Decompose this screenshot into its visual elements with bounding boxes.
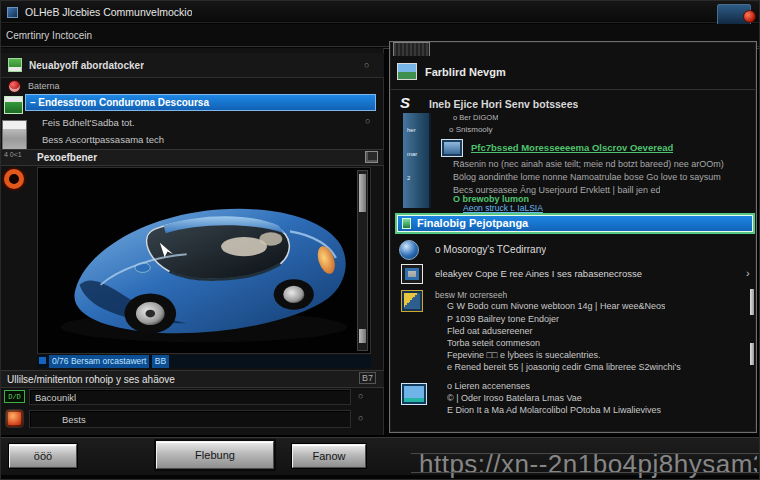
section-letter: S (400, 94, 410, 111)
blue-sphere-icon (399, 240, 419, 260)
module-icon (441, 139, 463, 157)
tree-item[interactable]: o Snismooly (449, 125, 493, 134)
image-section-title: Pexoefbener (37, 152, 97, 163)
group-label: Baterna (28, 81, 60, 91)
window-title: OLHeB Jlcebies Communvelmockio (25, 1, 192, 23)
status-badge: BB (152, 355, 169, 368)
car-scrollbar[interactable] (357, 170, 368, 351)
lower-row-field[interactable]: Bacounikl (29, 389, 351, 405)
device-icon (401, 383, 427, 405)
tree-group-header: besw Mr ocrerseeh (435, 290, 507, 300)
image-status-line: 0/76 Bersam orcastawert BB (37, 355, 371, 368)
alarm-icon (5, 409, 24, 428)
list-item-selected[interactable]: – Endesstrom Conduroma Descoursa (25, 94, 376, 111)
scrollbar-thumb[interactable] (359, 329, 366, 343)
watermark-line (411, 472, 759, 473)
arrow-right-icon[interactable]: › (746, 267, 750, 279)
lower-section-title: Ullilse/minitenton rohoip y ses ahäove (7, 374, 175, 385)
url-watermark: https://xn--2n1bo4pj8hysam30b.com (419, 449, 757, 479)
tree-item-selected[interactable]: Finalobig Pejotpanga (395, 213, 755, 234)
lower-row-field[interactable]: Bests (29, 410, 351, 428)
tree-sub-item[interactable]: P 1039 Bailrey tone Endojer (447, 314, 559, 324)
lower-section-header: Ullilse/minitenton rohoip y ses ahäove (1, 370, 384, 388)
grid-icon (8, 58, 22, 72)
menu-label[interactable]: Cemrtinry Inctocein (6, 30, 92, 41)
rail-label[interactable]: 2 (407, 175, 427, 181)
lower-row-label[interactable]: Bests (62, 414, 86, 425)
tree-row[interactable]: o Mosorogy's TCedirrany (435, 244, 546, 255)
status-square-icon (39, 357, 46, 364)
app-icon (7, 7, 18, 18)
side-rail[interactable]: her mar 2 (403, 113, 431, 208)
tree-link-blue[interactable]: Aeon struck t. IaLSIA (463, 203, 543, 213)
end-button[interactable]: Fanow (292, 444, 366, 468)
titlebar: OLHeB Jlcebies Communvelmockio (1, 1, 760, 23)
panel-tab[interactable] (393, 42, 430, 56)
row-circle-icon: ○ (358, 391, 363, 401)
leaf-icon (402, 218, 411, 229)
tree-sub-item[interactable]: Fepevine □□ e lybees is suecalentries. (447, 350, 600, 360)
disk-icon (4, 96, 23, 114)
scrollbar-thumb[interactable] (359, 174, 366, 212)
tree-sub-item[interactable]: © | Oder Iroso Batelara Lmas Vae (447, 393, 582, 403)
car-image (42, 172, 360, 348)
row-circle-icon: ○ (358, 413, 363, 423)
lower-row-label[interactable]: Bacounikl (35, 392, 76, 403)
app-window: OLHeB Jlcebies Communvelmockio Cemrtinry… (0, 0, 760, 480)
expander-minus-icon[interactable]: – (30, 97, 36, 108)
header-status-circle-icon: ○ (364, 60, 369, 70)
tree-sub-item[interactable]: E Dion It a Ma Ad Molarcolibol POtoba M … (447, 405, 661, 415)
vehicle-image-panel (37, 167, 371, 354)
tree-sub-item[interactable]: G W Bodo cum Nivone webtoon 14g | Hear w… (447, 301, 665, 311)
tree-item[interactable]: o Ber DIGOM (453, 113, 498, 122)
tree-sub-item[interactable]: e Rened bereit 55 | joasonig cedir Gma l… (447, 362, 681, 372)
info-button[interactable]: ööö (9, 444, 77, 468)
row-circle-icon: ○ (365, 116, 370, 126)
lower-section-badge: B7 (359, 372, 376, 384)
tree-sub-item[interactable]: o Lieren accenenses (447, 381, 530, 391)
list-item-label[interactable]: Feis Bdnelt'Sadba tot. (42, 117, 135, 128)
section-subtitle: Ineb Ejice Hori Senv botssees (429, 98, 578, 110)
rail-label[interactable]: mar (407, 151, 427, 157)
list-item[interactable]: Bess Ascorttpassasama tech (42, 134, 164, 145)
list-item-label[interactable]: Endesstrom Conduroma Descoursa (38, 97, 209, 108)
tree-text: Bölog aondinthe lome nonne Namoatrulae b… (453, 172, 721, 182)
image-icon (397, 63, 417, 80)
tree-text: Räsenin no (nec ainah asie teilt; meie n… (453, 159, 724, 169)
tree-row[interactable]: eleakyev Cope E ree Aines I ses rabasene… (435, 268, 642, 279)
layers-icon[interactable] (365, 151, 378, 163)
divider (391, 89, 755, 90)
image-section-header: Pexoefbener (1, 149, 384, 166)
list-item-label[interactable]: Bess Ascorttpassasama tech (42, 134, 164, 145)
status-text: 0/76 Bersam orcastawert (49, 355, 149, 368)
close-icon[interactable] (743, 10, 756, 23)
tree-sub-item[interactable]: Fled oat adusereener (447, 326, 533, 336)
left-header-label: Neuabyoff abordatocker (29, 53, 144, 78)
error-icon (8, 80, 21, 93)
selected-item-label[interactable]: Finalobig Pejotpanga (417, 217, 528, 229)
check-button[interactable]: Flebung (156, 441, 274, 469)
dd-icon: D/D (4, 390, 25, 403)
rail-label[interactable]: her (407, 127, 427, 133)
monitor-icon (401, 264, 423, 284)
right-scroll-mark[interactable] (750, 289, 754, 315)
tree-link-green[interactable]: Pfc7bssed Moresseeeema Olscrov Oeveread (471, 142, 673, 153)
right-panel-title: Farblird Nevgm (425, 59, 506, 85)
right-scroll-mark[interactable] (750, 343, 754, 365)
list-item[interactable]: Feis Bdnelt'Sadba tot. (42, 117, 135, 128)
component-icon (401, 290, 423, 312)
orange-ring-icon (4, 169, 24, 189)
page-indicator: 4 0<1 (4, 151, 22, 158)
tree-sub-item[interactable]: Torba seteit commeson (447, 338, 540, 348)
